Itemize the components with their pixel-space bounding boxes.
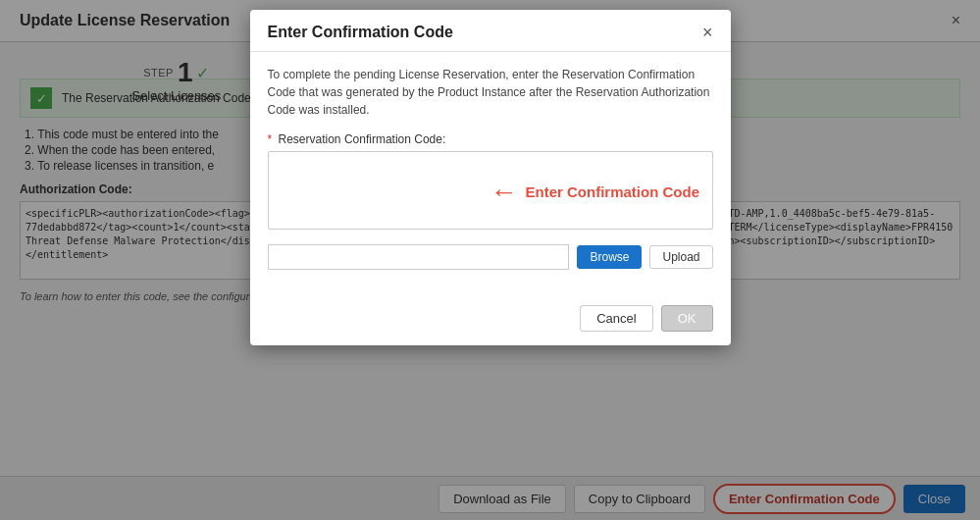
ok-button[interactable]: OK bbox=[661, 305, 713, 332]
file-path-input[interactable] bbox=[268, 244, 570, 270]
confirmation-textarea-container: ← Enter Confirmation Code bbox=[268, 151, 713, 233]
modal-body: To complete the pending License Reservat… bbox=[250, 52, 731, 297]
confirmation-code-textarea[interactable] bbox=[268, 151, 713, 230]
modal-description: To complete the pending License Reservat… bbox=[268, 66, 713, 119]
modal-close-button[interactable]: × bbox=[702, 24, 713, 41]
required-asterisk: * bbox=[268, 132, 273, 146]
modal-overlay: Enter Confirmation Code × To complete th… bbox=[0, 0, 980, 520]
file-row: Browse Upload bbox=[268, 244, 713, 270]
cancel-button[interactable]: Cancel bbox=[580, 305, 652, 332]
upload-button[interactable]: Upload bbox=[649, 245, 712, 269]
browse-button[interactable]: Browse bbox=[577, 245, 642, 269]
required-field-label: * Reservation Confirmation Code: bbox=[268, 132, 713, 146]
modal-title: Enter Confirmation Code bbox=[268, 24, 453, 41]
modal-dialog: Enter Confirmation Code × To complete th… bbox=[250, 10, 731, 345]
reservation-code-label: Reservation Confirmation Code: bbox=[279, 132, 446, 146]
modal-footer: Cancel OK bbox=[250, 297, 731, 345]
modal-header: Enter Confirmation Code × bbox=[250, 10, 731, 52]
